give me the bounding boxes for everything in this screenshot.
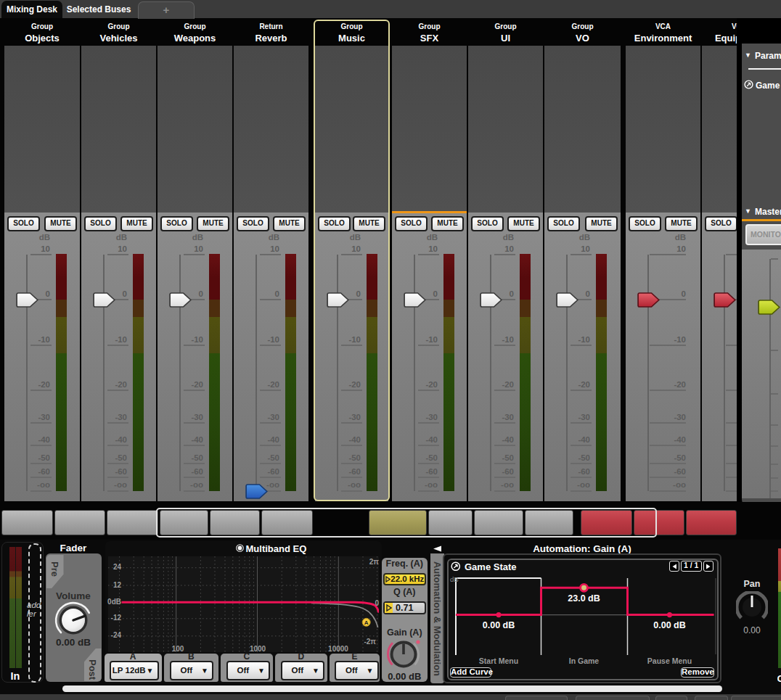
svg-text:A: A <box>364 619 369 625</box>
